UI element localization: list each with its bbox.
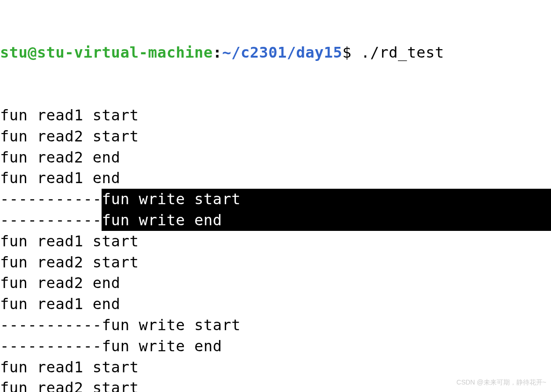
highlighted-text: fun write start — [102, 189, 551, 210]
output-text: fun read2 end — [0, 273, 120, 294]
output-line: -----------fun write start — [0, 315, 551, 336]
output-line: -----------fun write start — [0, 189, 551, 210]
prompt-colon: : — [213, 42, 222, 63]
output-line: fun read2 start — [0, 126, 551, 147]
output-line: fun read2 end — [0, 273, 551, 294]
output-text: fun read1 end — [0, 168, 120, 189]
output-line: fun read1 end — [0, 168, 551, 189]
output-line: fun read1 start — [0, 357, 551, 378]
terminal-output: stu@stu-virtual-machine:~/c2301/day15$ .… — [0, 0, 551, 392]
output-text: fun read2 end — [0, 147, 120, 168]
output-line: fun read2 start — [0, 252, 551, 273]
watermark-text: CSDN @未来可期，静待花开~ — [456, 378, 546, 387]
output-text: fun read1 start — [0, 231, 139, 252]
output-line: fun read2 end — [0, 147, 551, 168]
command-text: ./rd_test — [361, 42, 444, 63]
output-text: fun read2 start — [0, 377, 139, 392]
line-prefix: ----------- — [0, 210, 102, 231]
output-text: -----------fun write start — [0, 315, 241, 336]
output-text: fun read1 end — [0, 294, 120, 315]
output-text: fun read1 start — [0, 357, 139, 378]
output-line: -----------fun write end — [0, 210, 551, 231]
prompt-line[interactable]: stu@stu-virtual-machine:~/c2301/day15$ .… — [0, 42, 551, 63]
output-text: fun read2 start — [0, 252, 139, 273]
line-prefix: ----------- — [0, 189, 102, 210]
output-line: fun read1 end — [0, 294, 551, 315]
output-text: fun read1 start — [0, 105, 139, 126]
output-line: fun read1 start — [0, 231, 551, 252]
prompt-path: ~/c2301/day15 — [222, 42, 342, 63]
output-text: fun read2 start — [0, 126, 139, 147]
output-text: -----------fun write end — [0, 336, 222, 357]
prompt-dollar: $ — [342, 42, 361, 63]
highlighted-text: fun write end — [102, 210, 551, 231]
output-line: fun read1 start — [0, 105, 551, 126]
prompt-user-host: stu@stu-virtual-machine — [0, 42, 213, 63]
output-line: -----------fun write end — [0, 336, 551, 357]
